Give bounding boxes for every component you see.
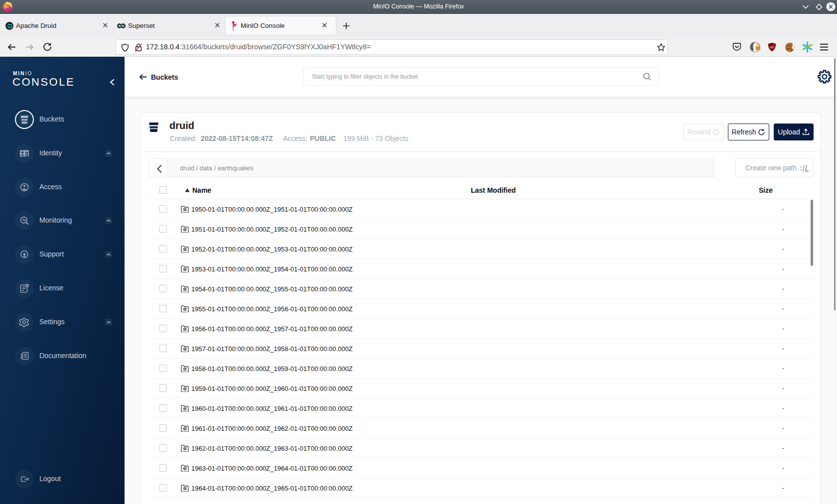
svg-text:uO: uO: [770, 45, 774, 49]
